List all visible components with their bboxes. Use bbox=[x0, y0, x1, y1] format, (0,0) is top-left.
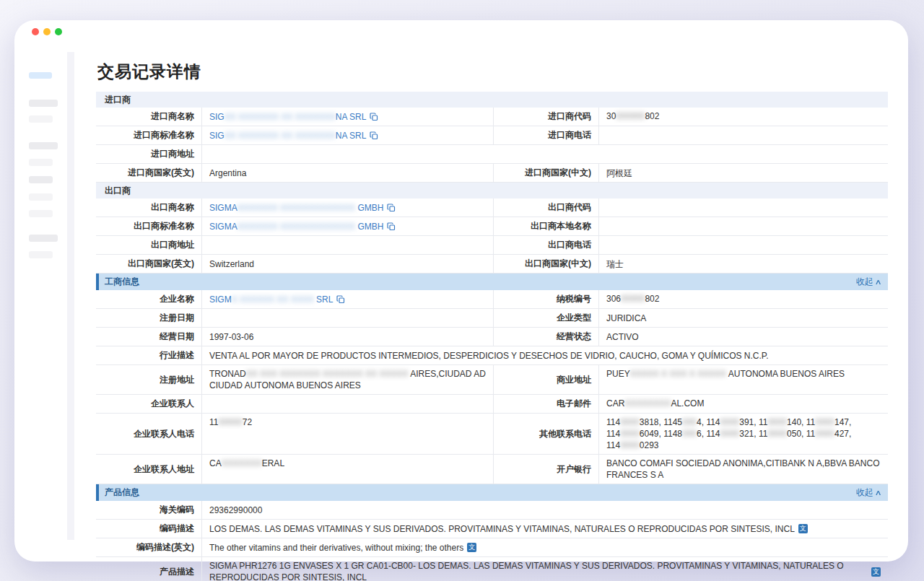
field-value: 11400003818, 11450004, 1140000391, 11000… bbox=[599, 414, 888, 454]
field-value: SIGMX XXXXXX XX XXXX SRL bbox=[202, 290, 493, 308]
field-label: 经营日期 bbox=[96, 328, 202, 346]
field-label: 产品描述 bbox=[96, 557, 202, 581]
importer-std-name-link[interactable]: SIGXX XXXXXXX XX XXXXXXXNA SRL bbox=[209, 130, 366, 141]
field-value bbox=[599, 217, 888, 235]
section-header-business: 工商信息 收起 ∧ bbox=[96, 274, 888, 290]
field-label: 企业类型 bbox=[493, 309, 599, 327]
field-label: 海关编码 bbox=[96, 501, 202, 519]
importer-name-link[interactable]: SIGXX XXXXXXX XX XXXXXXXNA SRL bbox=[209, 111, 366, 123]
field-value: 110000072 bbox=[202, 414, 493, 454]
field-label: 出口商国家(中文) bbox=[493, 255, 599, 273]
sidebar-skeleton-item bbox=[29, 142, 58, 149]
field-value bbox=[599, 198, 888, 217]
field-label: 进口商国家(英文) bbox=[96, 164, 202, 182]
field-label: 出口商名称 bbox=[96, 198, 202, 217]
section-title: 进口商 bbox=[105, 94, 131, 106]
field-label: 商业地址 bbox=[493, 365, 599, 394]
section-title: 出口商 bbox=[105, 185, 131, 197]
translate-icon[interactable]: 文 bbox=[871, 567, 881, 577]
table-row: 进口商标准名称 SIGXX XXXXXXX XX XXXXXXXNA SRL 进… bbox=[96, 126, 888, 145]
chevron-up-icon: ∧ bbox=[874, 489, 881, 497]
field-value bbox=[599, 236, 888, 254]
field-label: 出口商电话 bbox=[493, 236, 599, 254]
field-value: SIGXX XXXXXXX XX XXXXXXXNA SRL bbox=[202, 126, 493, 144]
field-value: SIGXX XXXXXXX XX XXXXXXXNA SRL bbox=[202, 108, 493, 126]
field-value bbox=[202, 309, 493, 327]
field-label: 行业描述 bbox=[96, 346, 202, 364]
translate-icon[interactable]: 文 bbox=[798, 524, 808, 533]
field-label: 出口商本地名称 bbox=[493, 217, 599, 235]
field-value: PUEYXXXXX X XXX X XXXXX AUTONOMA BUENOS … bbox=[599, 365, 888, 394]
field-value: LOS DEMAS. LAS DEMAS VITAMINAS Y SUS DER… bbox=[202, 520, 888, 538]
field-label: 经营状态 bbox=[493, 328, 599, 346]
table-row: 注册地址 TRONADXX XXX XXXXXXX XXXXXXX XX XXX… bbox=[96, 365, 888, 395]
table-row: 出口商名称 SIGMAXXXXXXX XXXXXXXXXXXXX GMBH 出口… bbox=[96, 198, 888, 217]
field-label: 编码描述(英文) bbox=[96, 538, 202, 556]
exporter-name-link[interactable]: SIGMAXXXXXXX XXXXXXXXXXXXX GMBH bbox=[209, 202, 383, 214]
field-label: 进口商标准名称 bbox=[96, 126, 202, 144]
field-label: 进口商国家(中文) bbox=[493, 164, 599, 182]
sidebar-skeleton-item bbox=[29, 210, 53, 217]
table-row: 进口商名称 SIGXX XXXXXXX XX XXXXXXXNA SRL 进口商… bbox=[96, 108, 888, 126]
copy-icon[interactable] bbox=[370, 113, 378, 121]
maximize-window-icon[interactable] bbox=[55, 28, 62, 35]
browser-window: 交易记录详情 进口商 进口商名称 SIGXX XXXXXXX XX XXXXXX… bbox=[14, 20, 908, 562]
table-row: 海关编码 29362990000 bbox=[96, 501, 888, 520]
exporter-std-name-link[interactable]: SIGMAXXXXXXX XXXXXXXXXXXXX GMBH bbox=[209, 221, 383, 232]
field-label: 进口商电话 bbox=[493, 126, 599, 144]
section-title: 产品信息 bbox=[105, 486, 139, 499]
section-title: 工商信息 bbox=[105, 276, 139, 288]
sidebar-skeleton-item bbox=[29, 159, 53, 166]
sidebar-skeleton-item bbox=[29, 115, 53, 123]
table-row: 企业联系人地址 CAXXXXXXXERAL 开户银行 BANCO COMAFI … bbox=[96, 455, 888, 484]
field-value: 29362990000 bbox=[202, 501, 888, 519]
field-label: 电子邮件 bbox=[493, 395, 599, 413]
collapse-product-link[interactable]: 收起 ∧ bbox=[856, 486, 881, 499]
table-row: 注册日期 企业类型 JURIDICA bbox=[96, 309, 888, 328]
field-label: 编码描述 bbox=[96, 520, 202, 538]
field-label: 进口商地址 bbox=[96, 145, 202, 163]
copy-icon[interactable] bbox=[336, 295, 345, 304]
field-label: 出口商国家(英文) bbox=[96, 255, 202, 273]
field-value: JURIDICA bbox=[599, 309, 888, 327]
field-label: 纳税编号 bbox=[493, 290, 599, 308]
window-controls bbox=[32, 28, 62, 35]
table-row: 经营日期 1997-03-06 经营状态 ACTIVO bbox=[96, 328, 888, 346]
field-value bbox=[599, 126, 888, 144]
translate-icon[interactable]: 文 bbox=[467, 543, 476, 552]
field-value: SIGMA PHR1276 1G ENVASES X 1 GR CA01-CB0… bbox=[202, 557, 888, 581]
field-label: 进口商名称 bbox=[96, 108, 202, 126]
copy-icon[interactable] bbox=[387, 204, 396, 212]
table-row: 企业名称 SIGMX XXXXXX XX XXXX SRL 纳税编号 30600… bbox=[96, 290, 888, 309]
collapse-label: 收起 bbox=[856, 276, 873, 288]
collapse-business-link[interactable]: 收起 ∧ bbox=[856, 276, 881, 288]
field-value: SIGMAXXXXXXX XXXXXXXXXXXXX GMBH bbox=[202, 217, 493, 235]
field-value: The other vitamins and their derivatives… bbox=[202, 538, 888, 556]
field-text: The other vitamins and their derivatives… bbox=[209, 542, 463, 554]
table-row: 产品描述 SIGMA PHR1276 1G ENVASES X 1 GR CA0… bbox=[96, 557, 888, 581]
sidebar-skeleton-item bbox=[29, 235, 58, 242]
table-row: 进口商地址 bbox=[96, 145, 888, 164]
field-label: 出口商地址 bbox=[96, 236, 202, 254]
field-label: 注册日期 bbox=[96, 309, 202, 327]
field-label: 企业名称 bbox=[96, 290, 202, 308]
close-window-icon[interactable] bbox=[32, 28, 39, 35]
main-content: 交易记录详情 进口商 进口商名称 SIGXX XXXXXXX XX XXXXXX… bbox=[96, 52, 888, 581]
field-label: 出口商代码 bbox=[493, 198, 599, 217]
sidebar-divider bbox=[67, 52, 74, 540]
field-value bbox=[202, 145, 888, 163]
sidebar-skeleton-item bbox=[29, 100, 58, 107]
company-name-link[interactable]: SIGMX XXXXXX XX XXXX SRL bbox=[209, 294, 333, 305]
field-value: Argentina bbox=[202, 164, 493, 182]
sidebar-skeleton-item bbox=[29, 176, 53, 183]
field-value: VENTA AL POR MAYOR DE PRODUCTOS INTERMED… bbox=[202, 346, 888, 364]
field-label: 注册地址 bbox=[96, 365, 202, 394]
field-value: 30600000802 bbox=[599, 290, 888, 308]
minimize-window-icon[interactable] bbox=[43, 28, 51, 35]
table-row: 企业联系人电话 110000072 其他联系电话 11400003818, 11… bbox=[96, 414, 888, 455]
table-row: 出口商标准名称 SIGMAXXXXXXX XXXXXXXXXXXXX GMBH … bbox=[96, 217, 888, 236]
copy-icon[interactable] bbox=[387, 222, 396, 231]
field-label: 企业联系人电话 bbox=[96, 414, 202, 454]
copy-icon[interactable] bbox=[370, 131, 378, 140]
table-row: 出口商地址 出口商电话 bbox=[96, 236, 888, 255]
